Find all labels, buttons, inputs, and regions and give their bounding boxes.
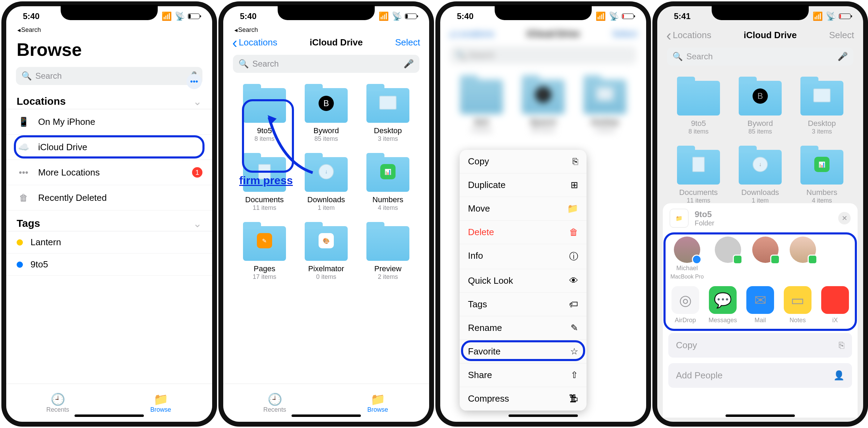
share-app-notes[interactable]: ▭Notes (782, 286, 813, 324)
ctx-copy[interactable]: Copy⎘ (460, 150, 587, 173)
folder-name: Byword (747, 119, 773, 128)
search-input[interactable]: 🔍 Search 🎤 (233, 55, 419, 73)
people-icon: 👤 (833, 370, 844, 381)
ctx-info[interactable]: Infoⓘ (460, 244, 587, 269)
folder-name: Downloads (741, 188, 779, 197)
home-indicator[interactable] (509, 414, 578, 417)
folder-icon (677, 81, 720, 115)
folder-name: Desktop (374, 126, 402, 135)
compress-icon: 🗜 (569, 393, 578, 404)
back-to-search[interactable]: Search (6, 26, 212, 34)
ctx-duplicate[interactable]: Duplicate⊞ (460, 173, 587, 197)
folder-name: Byword (530, 118, 556, 127)
close-button[interactable]: ✕ (838, 212, 851, 224)
avatar[interactable] (752, 237, 779, 263)
battery-icon (188, 14, 200, 19)
info-icon: ⓘ (569, 250, 578, 263)
signal-icon: 📶 (596, 11, 606, 21)
folder-icon (460, 79, 503, 114)
folder-pixelmator[interactable]: 🎨Pixelmator0 items (295, 220, 357, 289)
folder-9to5[interactable]: 9to58 items (451, 73, 512, 142)
messages-icon: 💬 (709, 286, 737, 314)
status-bar: 5:40 📶📡 (440, 6, 646, 26)
folder-name: Documents (679, 188, 718, 197)
folder-count: 17 items (253, 273, 276, 281)
row-icloud-drive[interactable]: ☁️ iCloud Drive (6, 135, 212, 160)
folder-name: Desktop (591, 118, 619, 127)
ctx-compress[interactable]: Compress🗜 (460, 387, 587, 411)
share-icon: ⇧ (571, 370, 578, 380)
folder-count: 2 items (378, 273, 398, 281)
search-input[interactable]: 🔍 Search 🎤 (16, 67, 202, 85)
ctx-quick-look[interactable]: Quick Look👁 (460, 269, 587, 293)
folder-icon: B (739, 81, 782, 115)
folder-count: 3 items (812, 128, 832, 135)
tag-dot-yellow (17, 239, 23, 246)
mic-icon[interactable]: 🎤 (403, 59, 414, 69)
folder-name: 9to5 (474, 118, 489, 127)
folder-desktop[interactable]: Desktop3 items (791, 75, 853, 144)
folder-name: Downloads (307, 195, 345, 204)
folder-desktop[interactable]: Desktop3 items (357, 82, 419, 151)
folder-count: 85 items (748, 128, 772, 135)
folder-numbers[interactable]: 📊Numbers4 items (791, 144, 853, 213)
home-indicator[interactable] (75, 414, 144, 417)
more-button[interactable]: ••• (186, 74, 202, 89)
ctx-rename[interactable]: Rename✎ (460, 316, 587, 340)
ctx-tags[interactable]: Tags🏷 (460, 293, 587, 316)
folder-count: 3 items (595, 127, 615, 134)
row-on-my-iphone[interactable]: 📱 On My iPhone (6, 109, 212, 135)
folder-count: 1 item (318, 204, 335, 212)
locations-header[interactable]: Locations⌄ (6, 88, 212, 109)
ctx-delete[interactable]: Delete🗑 (460, 221, 587, 244)
folder-icon (677, 150, 720, 185)
select-button[interactable]: Select (395, 37, 420, 48)
avatar[interactable] (715, 237, 741, 263)
back-to-search[interactable]: Search (223, 26, 429, 34)
home-indicator[interactable] (292, 414, 361, 417)
share-app-ix[interactable]: iX (819, 286, 851, 324)
ctx-favorite[interactable]: Favorite☆ (460, 340, 587, 363)
more-icon: ••• (17, 165, 31, 179)
annotation-text: firm press (239, 174, 293, 187)
share-app-messages[interactable]: 💬Messages (707, 286, 738, 324)
folder-numbers[interactable]: 📊Numbers4 items (357, 151, 419, 220)
folder-documents[interactable]: Documents11 items (668, 144, 729, 213)
ctx-move[interactable]: Move📁 (460, 197, 587, 221)
folder-count: 0 items (316, 273, 336, 281)
folder-pages[interactable]: ✎Pages17 items (234, 220, 295, 289)
folder-name: Pixelmator (308, 264, 344, 273)
folder-desktop[interactable]: Desktop3 items (574, 73, 636, 142)
folder-icon: ✎ (243, 226, 286, 261)
nav-title: iCloud Drive (744, 30, 797, 41)
avatar[interactable] (790, 237, 816, 263)
folder-9to5[interactable]: 9to58 items (668, 75, 729, 144)
status-bar: 5:40 📶📡 (223, 6, 429, 26)
folder-byword[interactable]: BByword85 items (512, 73, 574, 142)
row-recently-deleted[interactable]: 🗑 Recently Deleted (6, 185, 212, 211)
copy-action[interactable]: Copy⎘ (668, 333, 852, 358)
context-menu: Copy⎘Duplicate⊞Move📁Delete🗑InfoⓘQuick Lo… (460, 150, 587, 411)
home-indicator[interactable] (726, 414, 795, 417)
trash-icon: 🗑 (17, 191, 31, 205)
search-icon: 🔍 (21, 71, 32, 81)
tag-lantern[interactable]: Lantern (6, 231, 212, 254)
share-app-airdrop[interactable]: ◎AirDrop (670, 286, 701, 324)
folder-downloads[interactable]: ↓Downloads1 item (729, 144, 791, 213)
row-more-locations[interactable]: ••• More Locations 1 (6, 160, 212, 185)
search-input: 🔍Search🎤 (667, 48, 853, 66)
ctx-share[interactable]: Share⇧ (460, 363, 587, 387)
folder-byword[interactable]: BByword85 items (729, 75, 791, 144)
badge: 1 (192, 167, 202, 178)
folder-count: 4 items (378, 204, 398, 212)
folder-preview[interactable]: Preview2 items (357, 220, 419, 289)
copy-icon: ⎘ (573, 156, 578, 167)
notes-icon: ▭ (784, 286, 811, 314)
back-locations[interactable]: Locations (232, 37, 277, 48)
share-app-mail[interactable]: ✉Mail (745, 286, 776, 324)
tags-header[interactable]: Tags⌄ (6, 211, 212, 231)
move-icon: 📁 (567, 203, 578, 214)
avatar[interactable] (674, 237, 700, 263)
tag-9to5[interactable]: 9to5 (6, 254, 212, 276)
add-people-action[interactable]: Add People👤 (668, 363, 852, 388)
